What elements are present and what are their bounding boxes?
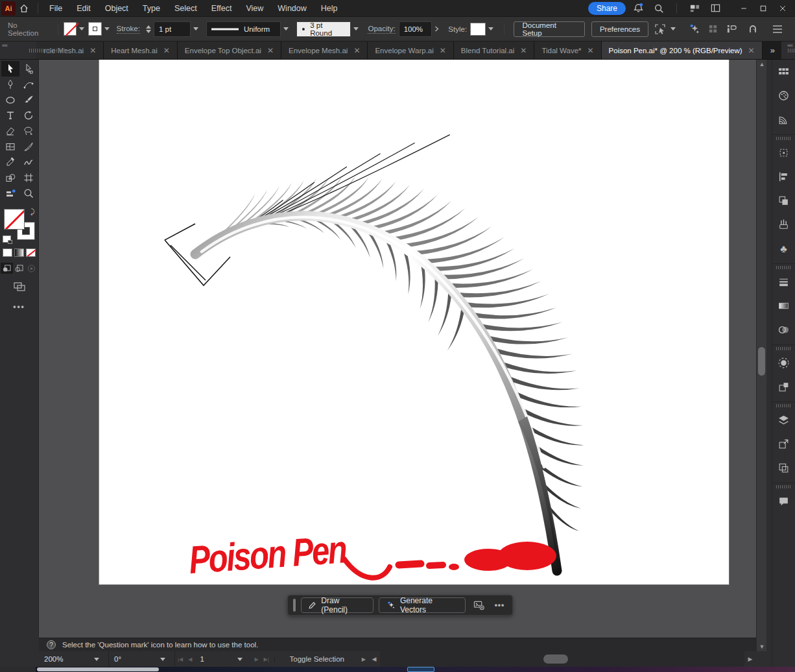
document-tab[interactable]: Envelope Top Object.ai ✕ xyxy=(178,42,281,59)
chevron-down-icon[interactable] xyxy=(670,27,676,30)
document-tab[interactable]: Tidal Wave* ✕ xyxy=(534,42,601,59)
swap-fill-stroke-icon[interactable]: ⤸ xyxy=(30,208,35,216)
document-tab[interactable]: Blend Tutorial.ai ✕ xyxy=(454,42,535,59)
stroke-label[interactable]: Stroke: xyxy=(117,25,140,34)
draw-pencil-button[interactable]: Draw (Pencil) xyxy=(301,597,374,613)
menu-help[interactable]: Help xyxy=(315,1,344,16)
search-icon[interactable] xyxy=(650,2,667,15)
chevron-down-icon[interactable] xyxy=(79,27,84,30)
document-setup-button[interactable]: Document Setup xyxy=(514,21,584,37)
document-tab[interactable]: Envelope Mesh.ai ✕ xyxy=(281,42,368,59)
opacity-label[interactable]: Opacity: xyxy=(368,25,395,34)
artboard-number-select[interactable]: 1 xyxy=(195,651,252,667)
shape-builder-tool[interactable] xyxy=(1,170,19,186)
maximize-button[interactable] xyxy=(753,1,773,16)
workspace-switcher-icon[interactable] xyxy=(707,2,724,15)
taskbar-drag-handle[interactable] xyxy=(293,599,296,612)
transform-panel-icon[interactable] xyxy=(772,141,795,165)
rotation-select[interactable]: 0° xyxy=(109,651,175,667)
document-tab[interactable]: Poison Pen.ai* @ 200 % (RGB/Preview) ✕ xyxy=(602,42,763,59)
zoom-tool[interactable] xyxy=(19,186,38,201)
chevron-down-icon[interactable] xyxy=(283,27,289,30)
drag-grip[interactable] xyxy=(788,49,795,53)
rotate-tool[interactable] xyxy=(19,108,38,123)
default-fill-stroke-icon[interactable] xyxy=(3,235,11,243)
menu-view[interactable]: View xyxy=(240,1,269,16)
menu-select[interactable]: Select xyxy=(169,1,203,16)
close-button[interactable] xyxy=(773,1,792,16)
more-tools-icon[interactable]: ••• xyxy=(13,302,25,311)
first-artboard-icon[interactable]: |◀ xyxy=(175,656,185,662)
lasso-tool[interactable] xyxy=(19,123,38,139)
smart-guides-icon[interactable] xyxy=(722,23,742,34)
generate-ai-icon[interactable] xyxy=(685,23,704,35)
opacity-field[interactable]: 100% xyxy=(399,21,432,37)
drag-grip[interactable] xyxy=(776,404,792,407)
prev-artboard-icon[interactable]: ◀ xyxy=(185,656,195,662)
artboard-tool[interactable] xyxy=(19,170,38,186)
menu-file[interactable]: File xyxy=(43,1,68,16)
pathfinder-panel-icon[interactable] xyxy=(772,189,795,213)
menu-window[interactable]: Window xyxy=(272,1,312,16)
artboards-panel-icon[interactable] xyxy=(772,456,795,480)
gradient-panel-icon[interactable] xyxy=(772,294,795,318)
artboard[interactable]: Poison Pen xyxy=(99,60,730,585)
share-button[interactable]: Share xyxy=(588,2,626,15)
stroke-color-swatch[interactable] xyxy=(88,22,102,36)
opacity-expand-icon[interactable] xyxy=(432,26,442,32)
more-options-icon[interactable]: ••• xyxy=(492,601,507,610)
direct-selection-tool[interactable] xyxy=(19,61,38,77)
scroll-up-icon[interactable]: ▲ xyxy=(757,60,767,69)
fill-color-swatch[interactable] xyxy=(64,22,77,36)
draw-normal-mode[interactable] xyxy=(1,263,13,274)
eyedropper-tool[interactable] xyxy=(1,154,19,170)
eraser-tool[interactable] xyxy=(1,123,19,139)
fill-indicator-none[interactable] xyxy=(4,209,25,230)
close-icon[interactable]: ✕ xyxy=(748,46,755,55)
color-button[interactable] xyxy=(3,248,12,257)
appearance-panel-icon[interactable] xyxy=(772,351,795,375)
knife-tool[interactable] xyxy=(19,139,38,154)
draw-inside-mode[interactable] xyxy=(25,263,38,274)
chevron-down-icon[interactable] xyxy=(488,27,493,30)
comments-panel-icon[interactable] xyxy=(772,489,795,513)
collapse-icon[interactable]: «« xyxy=(2,42,7,49)
grid-icon[interactable] xyxy=(704,24,722,34)
chevron-down-icon[interactable] xyxy=(104,27,110,30)
menu-object[interactable]: Object xyxy=(99,1,134,16)
curvature-tool[interactable] xyxy=(19,77,38,92)
brushes-panel-icon[interactable] xyxy=(772,213,795,237)
question-mark-icon[interactable]: ? xyxy=(47,640,56,649)
drag-grip[interactable] xyxy=(776,485,792,488)
style-swatch[interactable] xyxy=(470,23,485,36)
align-panel-icon[interactable] xyxy=(772,165,795,189)
vertical-scrollbar[interactable]: ▲ ▼ xyxy=(756,60,766,651)
close-icon[interactable]: ✕ xyxy=(520,46,527,55)
gradient-button[interactable] xyxy=(14,248,24,257)
isolate-selection-icon[interactable] xyxy=(652,23,668,35)
tab-overflow-icon[interactable]: » xyxy=(763,42,781,59)
scroll-right-icon[interactable]: ▶ xyxy=(744,656,756,662)
brush-definition-field[interactable]: Uniform xyxy=(206,21,281,37)
next-artboard-icon[interactable]: ▶ xyxy=(252,656,261,662)
minimize-button[interactable] xyxy=(734,1,753,16)
status-display-label[interactable]: Toggle Selection xyxy=(275,655,359,663)
drag-grip[interactable] xyxy=(29,49,65,53)
pen-tool[interactable] xyxy=(1,77,19,92)
color-guide-panel-icon[interactable] xyxy=(772,108,795,132)
add-image-icon[interactable] xyxy=(471,600,487,610)
symbols-panel-icon[interactable]: ♣ xyxy=(772,237,795,261)
horizontal-scroll-thumb[interactable] xyxy=(543,654,568,664)
asset-export-panel-icon[interactable] xyxy=(772,432,795,456)
stroke-weight-field[interactable]: 1 pt xyxy=(154,21,191,37)
generate-vectors-button[interactable]: Generate Vectors xyxy=(379,597,466,613)
mesh-tool[interactable] xyxy=(1,139,19,154)
last-artboard-icon[interactable]: ▶| xyxy=(261,656,275,662)
transparency-panel-icon[interactable] xyxy=(772,318,795,342)
draw-behind-mode[interactable] xyxy=(13,263,25,274)
change-screen-mode-icon[interactable] xyxy=(13,282,26,292)
width-profile-field[interactable]: 3 pt Round xyxy=(296,21,351,37)
scroll-left-icon[interactable]: ◀ xyxy=(368,656,380,662)
vertical-scroll-thumb[interactable] xyxy=(758,347,765,376)
home-icon[interactable] xyxy=(16,2,32,15)
